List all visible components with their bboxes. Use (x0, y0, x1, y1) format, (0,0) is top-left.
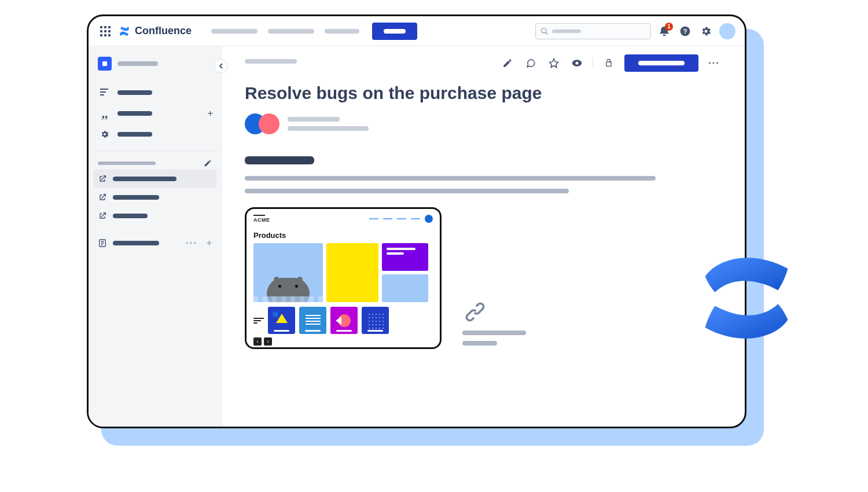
page-tree-item[interactable] (93, 188, 216, 207)
nav-link-placeholder[interactable] (325, 29, 359, 34)
body-text-placeholder (245, 176, 656, 181)
search-input[interactable] (535, 23, 651, 39)
card-brand: ACME (253, 215, 270, 223)
svg-text:?: ? (683, 27, 687, 35)
help-icon[interactable]: ? (678, 24, 693, 39)
sidebar-label-placeholder (117, 111, 152, 116)
card-nav (369, 215, 433, 223)
app-window: Confluence 1 ? (87, 14, 746, 428)
sidebar-item-settings[interactable] (93, 124, 216, 145)
link-source-placeholder (462, 341, 497, 346)
watch-icon[interactable] (569, 56, 584, 71)
page-tree-item[interactable]: ··· + (93, 233, 216, 253)
avatar (259, 113, 279, 134)
user-avatar[interactable] (719, 23, 735, 39)
svg-rect-5 (108, 30, 111, 32)
prev-button[interactable]: ‹ (253, 337, 262, 346)
product-tile[interactable] (253, 243, 323, 302)
svg-point-9 (542, 28, 546, 32)
section-heading-placeholder (245, 156, 314, 164)
next-button[interactable]: › (264, 337, 272, 346)
embedded-preview-card[interactable]: ACME Products (245, 207, 442, 349)
page-title: Resolve bugs on the purchase page (245, 83, 722, 103)
star-icon[interactable] (546, 56, 561, 71)
product-tile[interactable] (326, 243, 378, 302)
page-icon (98, 238, 107, 248)
search-icon (540, 27, 549, 35)
sidebar-collapse-button[interactable] (214, 59, 228, 73)
svg-rect-6 (100, 34, 102, 36)
svg-rect-4 (104, 30, 106, 32)
add-icon[interactable]: + (207, 238, 212, 248)
edit-icon[interactable] (204, 159, 212, 167)
app-switcher-icon[interactable] (98, 24, 113, 39)
settings-icon[interactable] (698, 24, 713, 39)
more-icon[interactable]: ··· (186, 238, 197, 248)
notifications-icon[interactable]: 1 (657, 24, 672, 39)
edit-icon[interactable] (500, 56, 515, 71)
restrictions-icon[interactable] (601, 56, 616, 71)
filter-icon[interactable] (253, 318, 264, 324)
create-button[interactable] (372, 23, 417, 40)
page-tree-item[interactable] (93, 207, 216, 225)
svg-rect-8 (108, 34, 111, 36)
nav-link-placeholder[interactable] (211, 29, 258, 34)
product-tile[interactable] (382, 243, 428, 271)
top-navigation: Confluence 1 ? (89, 16, 745, 46)
product-name: Confluence (135, 25, 192, 37)
link-icon (462, 299, 488, 325)
confluence-icon (119, 25, 130, 37)
smart-link[interactable] (462, 299, 526, 346)
author-name-placeholder (288, 117, 340, 122)
nav-links (211, 29, 359, 34)
thumbnail[interactable] (362, 307, 389, 334)
space-header[interactable] (93, 53, 216, 74)
product-tile[interactable] (382, 274, 428, 302)
svg-rect-0 (100, 26, 102, 28)
pager: ‹ › (253, 337, 433, 346)
space-name-placeholder (117, 61, 158, 66)
sidebar-label-placeholder (117, 132, 152, 137)
svg-rect-7 (104, 34, 106, 36)
sidebar-item-overview[interactable] (93, 82, 216, 103)
svg-line-10 (546, 32, 548, 34)
quote-icon: ,, (98, 107, 112, 120)
toolbar-separator (593, 58, 593, 68)
comment-icon[interactable] (523, 56, 538, 71)
svg-rect-1 (104, 26, 106, 28)
last-updated-placeholder (288, 126, 369, 131)
thumbnail[interactable] (268, 307, 295, 334)
thumbnail[interactable] (299, 307, 326, 334)
button-label-placeholder (384, 29, 406, 34)
svg-rect-3 (100, 30, 102, 32)
confluence-logo-decoration (697, 249, 796, 347)
svg-rect-2 (108, 26, 111, 28)
svg-rect-15 (100, 89, 108, 90)
nav-link-placeholder[interactable] (268, 29, 314, 34)
product-logo[interactable]: Confluence (119, 25, 192, 37)
sidebar-item-blog[interactable]: ,, + (93, 103, 216, 124)
page-tree-item[interactable] (93, 170, 216, 188)
main-content: ··· Resolve bugs on the purchase page (222, 46, 745, 427)
page-name-placeholder (113, 241, 159, 245)
sidebar-label-placeholder (117, 90, 152, 95)
thumbnail[interactable] (330, 307, 358, 334)
svg-rect-17 (100, 94, 104, 96)
shortcut-icon (98, 193, 107, 202)
page-name-placeholder (113, 195, 159, 200)
card-section-title: Products (253, 231, 433, 240)
sidebar-divider (93, 150, 216, 151)
more-actions-icon[interactable]: ··· (707, 56, 722, 71)
shortcut-icon (98, 174, 107, 183)
sidebar: ,, + (89, 46, 222, 427)
button-label-placeholder (638, 61, 685, 65)
card-avatar (425, 215, 433, 223)
svg-rect-14 (102, 61, 107, 66)
add-icon[interactable]: + (208, 108, 213, 119)
share-button[interactable] (624, 54, 698, 72)
breadcrumb-placeholder[interactable] (245, 59, 297, 64)
search-placeholder (552, 30, 581, 33)
sidebar-section-header (93, 157, 216, 170)
author-avatars[interactable] (245, 113, 279, 134)
chevron-left-icon (218, 63, 224, 69)
